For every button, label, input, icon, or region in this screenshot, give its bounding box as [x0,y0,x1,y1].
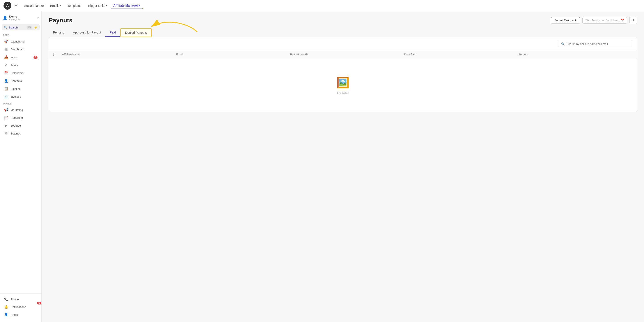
reporting-icon: 📈 [4,116,8,120]
sidebar-item-dashboard[interactable]: ▦ Dashboard [1,46,40,53]
user-chevron-icon: ▾ [38,16,39,20]
notifications-icon: 🔔 [4,305,8,309]
sidebar-item-marketing[interactable]: 📢 Marketing [1,106,40,114]
sidebar: 👤 Demo Irvine, CA ▾ 🔍 Search ⌘K ⚡ Apps 🚀… [0,12,42,322]
tab-approved-for-payout[interactable]: Approved for Payout [68,28,106,37]
calendars-icon: 📅 [4,71,8,75]
emails-chevron-icon: ▾ [60,4,61,7]
user-name: Demo [9,15,36,18]
end-month-label: End Month [606,18,619,22]
search-input[interactable] [566,42,629,46]
sidebar-user[interactable]: 👤 Demo Irvine, CA ▾ [0,13,42,24]
sidebar-item-settings[interactable]: ⚙ Settings [1,130,40,137]
col-payout-month: Payout month [290,53,404,56]
col-date-paid: Date Paid [404,53,518,56]
nav-trigger-links[interactable]: Trigger Links ▾ [85,3,110,9]
nav-emails[interactable]: Emails ▾ [48,3,64,9]
sidebar-item-label: Contacts [10,79,38,82]
main-content: Payouts Submit Feedback Start Month → En… [42,12,644,322]
user-avatar: A [4,2,12,10]
payouts-table-card: 🔍 Affiliate Name Email Payout month Date… [49,37,637,112]
col-checkbox [53,53,62,56]
search-input-wrap[interactable]: 🔍 [558,41,632,47]
sidebar-item-contacts[interactable]: 👤 Contacts [1,77,40,84]
search-kbd: ⌘K [27,26,32,29]
date-range-filter[interactable]: Start Month → End Month 📅 [582,17,627,24]
inbox-icon: 📥 [4,55,8,59]
hamburger-menu[interactable]: ≡ [15,3,17,8]
search-bar-row: 🔍 [49,37,637,51]
table-header: Affiliate Name Email Payout month Date P… [49,51,637,59]
sidebar-item-label: Settings [10,132,38,135]
sidebar-search[interactable]: 🔍 Search ⌘K ⚡ [2,24,40,30]
sidebar-item-label: Invoices [10,95,38,98]
sidebar-item-profile[interactable]: 👤 Profile [1,311,40,318]
sidebar-item-label: Youtube [10,124,38,127]
col-affiliate-name: Affiliate Name [62,53,176,56]
tools-section-label: Tools [0,100,42,106]
col-email: Email [176,53,290,56]
pipeline-icon: 📋 [4,87,8,91]
invoices-icon: 🧾 [4,95,8,98]
sidebar-item-label: Launchpad [10,40,38,43]
tab-denied-payouts[interactable]: Denied Payouts [120,28,152,37]
select-all-checkbox[interactable] [53,53,56,56]
page-header: Payouts Submit Feedback Start Month → En… [49,17,637,24]
submit-feedback-button[interactable]: Submit Feedback [551,17,580,24]
calendar-icon: 📅 [620,18,624,22]
download-button[interactable]: ⬇ [629,17,637,24]
affiliate-manager-chevron-icon: ▾ [139,4,140,6]
sidebar-item-invoices[interactable]: 🧾 Invoices [1,93,40,100]
col-amount: Amount [518,53,632,56]
phone-icon: 📞 [4,297,8,301]
payouts-tabs: Pending Approved for Payout Paid Denied … [49,28,637,37]
sidebar-bottom: 📞 Phone 🔔 Notifications 12 👤 Profile [0,293,42,320]
no-data-state: 🖼️ No Data [49,59,637,112]
tab-paid[interactable]: Paid [106,28,120,37]
header-actions: Submit Feedback Start Month → End Month … [551,17,637,24]
date-range-arrow-icon: → [601,18,604,22]
settings-icon: ⚙ [4,132,8,135]
dashboard-icon: ▦ [4,47,8,51]
marketing-icon: 📢 [4,108,8,112]
sidebar-item-tasks[interactable]: ✓ Tasks [1,61,40,69]
tasks-icon: ✓ [4,63,8,67]
launchpad-icon: 🚀 [4,40,8,43]
sidebar-item-launchpad[interactable]: 🚀 Launchpad [1,38,40,45]
start-month-label: Start Month [585,18,600,22]
tab-pending[interactable]: Pending [49,28,68,37]
notifications-badge: 12 [37,302,42,304]
no-data-icon: 🖼️ [336,76,350,89]
top-nav-links: Social Planner Emails ▾ Templates Trigge… [22,2,640,9]
search-icon: 🔍 [561,42,565,46]
sidebar-item-label: Inbox [10,56,31,59]
sidebar-item-label: Phone [10,298,38,301]
top-nav: A ≡ Social Planner Emails ▾ Templates Tr… [0,0,644,12]
page-title: Payouts [49,17,72,24]
sidebar-item-reporting[interactable]: 📈 Reporting [1,114,40,121]
nav-affiliate-manager[interactable]: Affiliate Manager ▾ [111,2,143,9]
nav-social-planner[interactable]: Social Planner [22,3,47,9]
sidebar-item-notifications[interactable]: 🔔 Notifications 12 [1,303,40,310]
sidebar-item-calendars[interactable]: 📅 Calendars [1,69,40,77]
youtube-icon: ▶ [4,124,8,128]
user-location: Irvine, CA [9,18,36,21]
sidebar-item-label: Notifications [10,305,38,309]
no-data-text: No Data [337,91,348,94]
sidebar-item-label: Marketing [10,108,38,112]
user-circle-icon: 👤 [3,16,8,20]
sidebar-item-inbox[interactable]: 📥 Inbox 0 [1,54,40,61]
sidebar-item-youtube[interactable]: ▶ Youtube [1,122,40,129]
sidebar-item-label: Calendars [10,72,38,75]
sidebar-item-label: Profile [10,313,38,316]
search-label: Search [9,26,26,29]
inbox-badge: 0 [34,56,38,59]
sidebar-item-label: Tasks [10,64,38,67]
nav-templates[interactable]: Templates [65,3,84,9]
contacts-icon: 👤 [4,79,8,83]
sidebar-item-phone[interactable]: 📞 Phone [1,296,40,303]
sidebar-item-pipeline[interactable]: 📋 Pipeline [1,85,40,92]
sidebar-item-label: Reporting [10,116,38,120]
main-layout: 👤 Demo Irvine, CA ▾ 🔍 Search ⌘K ⚡ Apps 🚀… [0,12,644,322]
lightning-icon: ⚡ [34,26,38,29]
